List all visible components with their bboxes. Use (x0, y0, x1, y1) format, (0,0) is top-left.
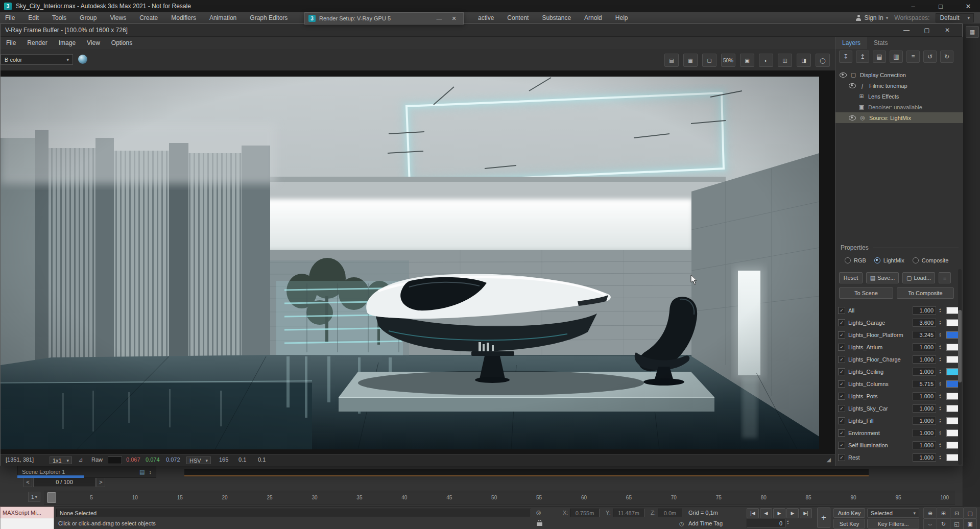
menubar-item[interactable]: Animation (209, 14, 236, 21)
vfb-menu-item[interactable]: View (81, 39, 106, 46)
lightmix-row[interactable]: ✓ Lights_Garage 3.600 ▴▾ (838, 317, 960, 329)
lightmix-spinner[interactable]: ▴▾ (939, 418, 943, 423)
lightmix-checkbox[interactable]: ✓ (838, 429, 845, 437)
frame-spinner[interactable]: ▴▾ (787, 520, 791, 525)
save-all-channels-icon[interactable]: ▦ (683, 54, 698, 67)
lightmix-checkbox[interactable]: ✓ (838, 356, 845, 363)
track-bar-indicator[interactable]: 1 ▾ (28, 492, 40, 502)
vfb-close-button[interactable]: ✕ (937, 24, 958, 37)
tab-stats[interactable]: Stats (867, 37, 894, 49)
auto-key-button[interactable]: Auto Key (833, 508, 865, 518)
expand-icon[interactable]: ⊞ (858, 93, 865, 100)
lightmix-value-field[interactable]: 1.000 (913, 306, 936, 315)
vfb-minimize-button[interactable]: — (896, 24, 917, 37)
next-frame-button[interactable]: ▶ (786, 508, 799, 518)
timeline-tick-label[interactable]: 90 (850, 495, 856, 500)
workspace-dropdown[interactable]: Default ▾ (936, 13, 974, 22)
prev-frame-arrow-button[interactable]: < (23, 477, 32, 487)
timeline-tick-label[interactable]: 15 (177, 495, 183, 500)
ab-compare-icon[interactable]: ◐ (759, 54, 773, 67)
isolate-selection-icon[interactable]: ◎ (536, 509, 541, 516)
lightmix-row[interactable]: ✓ Lights_Floor_Platform 3.245 ▴▾ (838, 329, 960, 341)
lightmix-checkbox[interactable]: ✓ (838, 442, 845, 449)
region-render-icon[interactable]: ▢ (702, 54, 716, 67)
menubar-item[interactable]: Graph Editors (250, 14, 288, 21)
lightmix-spinner[interactable]: ▴▾ (939, 430, 943, 436)
lightmix-spinner[interactable]: ▴▾ (939, 332, 943, 338)
lightmix-checkbox[interactable]: ✓ (838, 417, 845, 424)
display-window-icon[interactable]: ▣ (740, 54, 754, 67)
lightmix-row[interactable]: ✓ Self Illumination 1.000 ▴▾ (838, 439, 960, 451)
lightmix-checkbox[interactable]: ✓ (838, 319, 845, 326)
vfb-menu-item[interactable]: Image (53, 39, 81, 46)
pixel-ratio-dropdown[interactable]: 1x1 ▾ (50, 456, 72, 464)
lightmix-spinner[interactable]: ▴▾ (939, 320, 943, 325)
lightmix-row[interactable]: ✓ Lights_Ceiling 1.000 ▴▾ (838, 366, 960, 378)
menubar-item[interactable]: Content (507, 14, 529, 21)
composite-label[interactable]: Composite (922, 257, 949, 263)
x-coordinate-field[interactable]: 0.755m (570, 509, 600, 517)
lightmix-radio[interactable] (874, 257, 880, 263)
lightmix-row[interactable]: ✓ Environment 1.000 ▴▾ (838, 427, 960, 439)
go-start-button[interactable]: |◀ (747, 508, 759, 518)
save-preset-icon[interactable]: ↧ (839, 51, 852, 63)
current-frame-field[interactable]: 0 (747, 519, 785, 528)
visibility-eye-icon[interactable] (849, 83, 856, 88)
vfb-canvas[interactable] (1, 70, 835, 454)
layer-row-source-lightmix[interactable]: ◎ Source: LightMix (835, 112, 963, 123)
vfb-menu-item[interactable]: Render (21, 39, 53, 46)
timeline-tick-label[interactable]: 35 (356, 495, 362, 500)
lightmix-spinner[interactable]: ▴▾ (939, 394, 943, 399)
add-time-tag-button[interactable]: Add Time Tag (688, 520, 723, 526)
redo-icon[interactable]: ↻ (940, 51, 953, 63)
lightmix-label[interactable]: LightMix (883, 257, 904, 263)
maxscript-listener-pane[interactable] (0, 518, 54, 529)
menubar-item[interactable]: Arnold (584, 14, 602, 21)
layer-list-icon[interactable]: ≡ (906, 51, 920, 63)
save-button[interactable]: ▤ Save... (866, 272, 899, 283)
menubar-item[interactable]: Group (80, 14, 97, 21)
lightmix-row[interactable]: ✓ Lights_Fill 1.000 ▴▾ (838, 415, 960, 427)
lightmix-checkbox[interactable]: ✓ (838, 331, 845, 339)
selection-lock-icon[interactable] (536, 520, 542, 527)
frame-range-field[interactable]: 0 / 100 (33, 477, 95, 487)
menubar-item[interactable]: active (478, 14, 494, 21)
lightmix-value-field[interactable]: 1.000 (913, 429, 936, 437)
lightmix-checkbox[interactable]: ✓ (838, 454, 845, 461)
hsv-dropdown[interactable]: HSV ▾ (186, 456, 211, 464)
menubar-item[interactable]: File (5, 14, 15, 21)
load-button[interactable]: ▢ Load... (902, 272, 935, 283)
render-setup-close-button[interactable]: ✕ (448, 15, 460, 22)
timeline-tick-label[interactable]: 70 (671, 495, 677, 500)
sign-in-button[interactable]: Sign In ▾ (855, 14, 888, 21)
zoom-icon[interactable]: ⊕ (923, 508, 937, 519)
layer-row-display-correction[interactable]: ▢ Display Correction (835, 69, 963, 80)
play-button[interactable]: ▶ (773, 508, 785, 518)
set-keys-button[interactable]: + (817, 508, 830, 528)
timeline-tick-label[interactable]: 5 (90, 495, 93, 500)
lightmix-spinner[interactable]: ▴▾ (939, 381, 943, 387)
menubar-item[interactable]: Edit (28, 14, 39, 21)
menubar-item[interactable]: Help (615, 14, 628, 21)
render-setup-window-titlebar[interactable]: 3 Render Setup: V-Ray GPU 5 — ✕ (304, 12, 464, 25)
pan-icon[interactable]: ⇔ (923, 518, 937, 529)
key-filters-button[interactable]: Key Filters... (867, 519, 919, 528)
reset-button[interactable]: Reset (839, 272, 863, 283)
add-layer-icon[interactable]: ▤ (873, 51, 886, 63)
panel-scrollbar[interactable] (958, 269, 962, 465)
lightmix-value-field[interactable]: 1.000 (913, 441, 936, 449)
colorspace-dropdown[interactable]: B color ▾ (1, 54, 73, 65)
y-coordinate-field[interactable]: 11.487m (613, 509, 644, 517)
rgb-radio[interactable] (845, 257, 851, 263)
lightmix-spinner[interactable]: ▴▾ (939, 357, 943, 362)
lightmix-checkbox[interactable]: ✓ (838, 405, 845, 412)
lightmix-value-field[interactable]: 1.000 (913, 392, 936, 400)
time-slider-marker[interactable] (47, 492, 56, 503)
lightmix-row[interactable]: ✓ Lights_Atrium 1.000 ▴▾ (838, 341, 960, 353)
lightmix-value-field[interactable]: 5.715 (913, 380, 936, 388)
preset-list-icon[interactable]: ≡ (939, 272, 951, 283)
lightmix-spinner[interactable]: ▴▾ (939, 308, 943, 313)
lightmix-value-field[interactable]: 3.600 (913, 319, 936, 327)
z-coordinate-field[interactable]: 0.0m (658, 509, 682, 517)
lightmix-row[interactable]: ✓ Lights_Columns 5.715 ▴▾ (838, 378, 960, 390)
